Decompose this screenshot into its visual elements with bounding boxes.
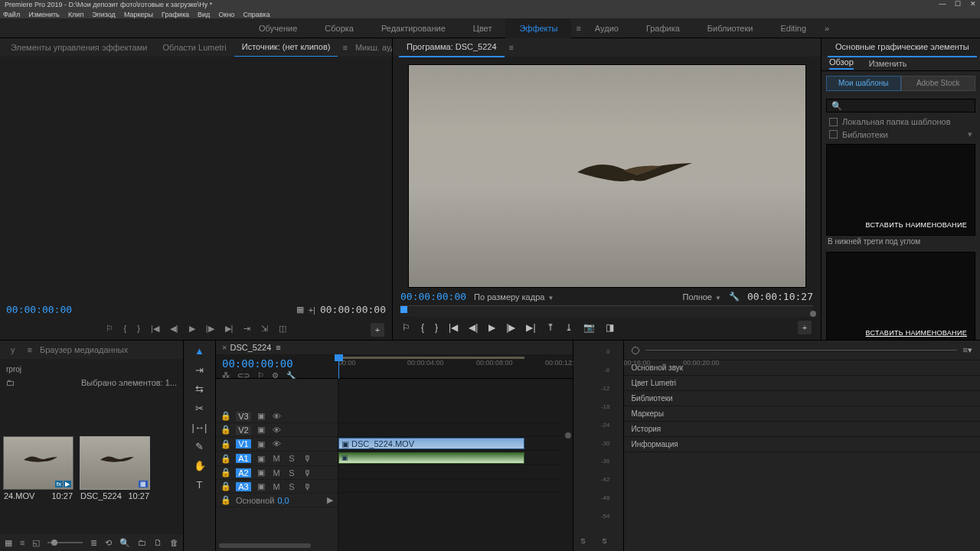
menu-view[interactable]: Вид xyxy=(198,11,210,18)
pen-tool-icon[interactable]: ✎ xyxy=(192,441,207,452)
go-in-icon[interactable]: |◀ xyxy=(151,324,159,334)
play-icon[interactable]: ▶ xyxy=(189,324,195,334)
tab-lumetri-color[interactable]: Цвет Lumetri xyxy=(624,376,981,391)
ws-graphics[interactable]: Графика xyxy=(632,18,694,38)
v3-sync[interactable]: ▣ xyxy=(256,411,266,421)
media-item-2[interactable]: ▦ DSC_522410:27 xyxy=(80,436,150,502)
egp-search[interactable]: 🔍 xyxy=(826,99,975,112)
a3-lock[interactable]: 🔒 xyxy=(220,481,231,491)
p-lift-icon[interactable]: ⤒ xyxy=(547,322,554,333)
go-out-icon[interactable]: ▶| xyxy=(225,324,234,334)
tab-lumetri-scopes[interactable]: Области Lumetri xyxy=(155,38,234,57)
media-zoom-slider[interactable] xyxy=(47,542,83,543)
source-add-button[interactable]: + xyxy=(371,323,384,337)
tl-vscroll[interactable] xyxy=(565,379,571,539)
media-bin-icon[interactable]: 🗀 xyxy=(138,538,146,547)
ws-assembly[interactable]: Сборка xyxy=(311,18,368,38)
v3-lock[interactable]: 🔒 xyxy=(220,411,231,421)
egp-adobe-stock[interactable]: Adobe Stock xyxy=(901,76,976,91)
source-add-icon[interactable]: +| xyxy=(309,305,315,315)
a2-lock[interactable]: 🔒 xyxy=(220,468,231,478)
win-min[interactable]: — xyxy=(937,0,948,9)
in-point-icon[interactable]: { xyxy=(124,324,127,333)
a1-solo[interactable]: S xyxy=(286,454,297,463)
tab-effect-controls[interactable]: Элементы управления эффектами xyxy=(3,38,155,57)
egp-template-1[interactable]: ВСТАВИТЬ НАИМЕНОВАНИЕ xyxy=(826,144,975,236)
razor-tool-icon[interactable]: ✂ xyxy=(192,403,207,414)
tl-hscroll[interactable] xyxy=(219,543,557,548)
wrench-icon[interactable]: 🔧 xyxy=(729,292,740,302)
p-out-icon[interactable]: } xyxy=(435,322,438,333)
media-auto-icon[interactable]: ⟲ xyxy=(105,538,112,548)
program-add-button[interactable]: + xyxy=(798,321,812,334)
tab-essential-sound[interactable]: Основной звук xyxy=(624,360,981,376)
overwrite-icon[interactable]: ⇲ xyxy=(261,324,268,334)
egp-tab-edit[interactable]: Изменить xyxy=(869,59,907,68)
source-tc-in[interactable]: 00:00:00:00 xyxy=(6,304,72,315)
egp-tab-browse[interactable]: Обзор xyxy=(829,57,854,70)
tab-media-browser[interactable]: Браузер медиаданных xyxy=(32,341,136,359)
ws-color[interactable]: Цвет xyxy=(459,18,506,38)
tab-libraries[interactable]: Библиотеки xyxy=(624,391,981,406)
program-monitor[interactable] xyxy=(408,64,806,288)
menu-help[interactable]: Справка xyxy=(243,11,270,18)
v2-eye[interactable]: 👁 xyxy=(271,425,282,435)
insert-icon[interactable]: ⇥ xyxy=(243,324,250,334)
menu-file[interactable]: Файл xyxy=(3,11,20,18)
tab-markers[interactable]: Маркеры xyxy=(624,406,981,422)
egp-knob[interactable] xyxy=(632,347,639,354)
egp-my-templates[interactable]: Мои шаблоны xyxy=(826,76,901,91)
ripple-tool-icon[interactable]: ⇆ xyxy=(192,383,207,395)
ws-editing-en[interactable]: Editing xyxy=(766,18,820,38)
media-search-icon[interactable]: 🔍 xyxy=(119,538,130,548)
tab-y[interactable]: y xyxy=(3,341,23,359)
a3-target[interactable]: A3 xyxy=(236,482,251,491)
a1-sync[interactable]: ▣ xyxy=(256,454,266,464)
a3-mute[interactable]: M xyxy=(271,482,282,491)
menu-markers[interactable]: Маркеры xyxy=(124,11,153,18)
selection-tool-icon[interactable]: ▲ xyxy=(192,345,207,357)
p-extract-icon[interactable]: ⤓ xyxy=(565,322,573,333)
ws-audio[interactable]: Аудио xyxy=(581,18,632,38)
v3-target[interactable]: V3 xyxy=(236,412,251,421)
program-playhead[interactable] xyxy=(400,306,407,313)
ws-effects[interactable]: Эффекты xyxy=(505,18,571,38)
media-folder-icon[interactable]: 🗀 xyxy=(6,378,15,387)
main-out-icon[interactable]: ▶ xyxy=(327,495,333,505)
main-track[interactable]: Основной0,0 xyxy=(236,496,289,505)
v1-sync[interactable]: ▣ xyxy=(256,439,266,449)
a3-rec[interactable]: 🎙 xyxy=(302,482,312,491)
timeline-seq-tab[interactable]: DSC_5224 xyxy=(230,343,271,352)
ws-editing-ru[interactable]: Редактирование xyxy=(368,18,459,38)
timeline-ruler[interactable]: 00:00 00:00:04:00 00:00:08:00 00:00:12:0… xyxy=(338,354,573,378)
fit-dropdown[interactable]: По размеру кадра▼ xyxy=(474,292,554,302)
media-new-icon[interactable]: ▦ xyxy=(5,538,12,548)
media-list-icon[interactable]: ≡ xyxy=(20,538,24,547)
clip-a1[interactable]: ▣ xyxy=(338,452,524,464)
a2-solo[interactable]: S xyxy=(286,468,297,478)
media-sort-icon[interactable]: ≣ xyxy=(90,538,97,548)
step-back-icon[interactable]: ◀| xyxy=(170,324,178,334)
egp-check-libs[interactable] xyxy=(829,130,838,139)
menu-sequence[interactable]: Эпизод xyxy=(92,11,115,18)
a2-mute[interactable]: M xyxy=(271,468,282,478)
egp-check-local[interactable] xyxy=(829,118,838,126)
egp-search-input[interactable] xyxy=(847,102,970,110)
p-go-in-icon[interactable]: |◀ xyxy=(449,322,458,333)
v2-sync[interactable]: ▣ xyxy=(256,425,266,435)
v3-eye[interactable]: 👁 xyxy=(271,412,282,421)
program-ruler[interactable] xyxy=(400,305,813,317)
export-frame-icon[interactable]: ◫ xyxy=(279,324,286,334)
menu-edit[interactable]: Изменить xyxy=(28,11,60,18)
tab-info[interactable]: Информация xyxy=(624,437,981,452)
egp-align-icon[interactable]: ≡▾ xyxy=(963,345,972,355)
program-zoom-knob[interactable] xyxy=(810,311,816,317)
clip-v1[interactable]: ▣ DSC_5224.MOV xyxy=(338,438,524,449)
p-play-icon[interactable]: ▶ xyxy=(488,322,495,333)
meter-solo-r[interactable]: S xyxy=(603,537,607,545)
win-close[interactable]: ✕ xyxy=(968,0,978,9)
a2-target[interactable]: A2 xyxy=(236,468,251,478)
egp-libs-caret[interactable]: ▾ xyxy=(968,129,972,139)
program-menu-icon[interactable]: ≡ xyxy=(509,43,514,52)
p-in-icon[interactable]: { xyxy=(421,322,424,333)
